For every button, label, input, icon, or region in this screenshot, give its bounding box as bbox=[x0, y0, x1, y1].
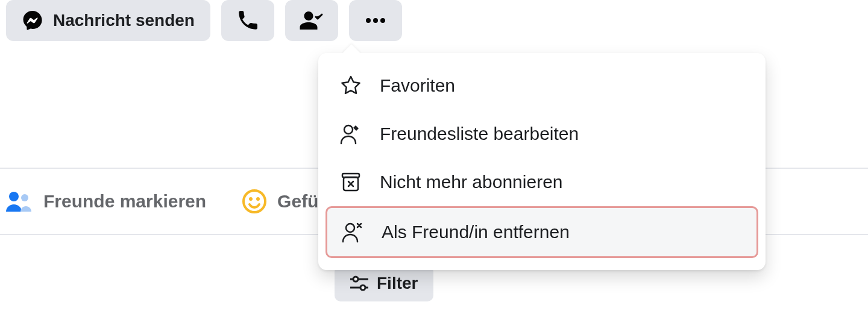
menu-item-unfriend[interactable]: Als Freund/in entfernen bbox=[326, 206, 758, 258]
menu-item-label: Favoriten bbox=[380, 75, 455, 96]
feeling-activity-label: Gefü bbox=[277, 191, 318, 212]
menu-item-favorites[interactable]: Favoriten bbox=[326, 61, 758, 110]
svg-point-1 bbox=[373, 18, 378, 23]
svg-point-0 bbox=[366, 18, 371, 23]
call-button[interactable] bbox=[221, 0, 274, 41]
svg-point-4 bbox=[21, 194, 28, 201]
menu-item-label: Freundesliste bearbeiten bbox=[380, 124, 579, 144]
person-edit-icon bbox=[339, 123, 363, 145]
svg-point-2 bbox=[380, 18, 385, 23]
ellipsis-icon bbox=[365, 17, 386, 24]
archive-x-icon bbox=[339, 171, 363, 193]
friend-check-icon bbox=[300, 10, 324, 31]
filter-button[interactable]: Filter bbox=[335, 265, 433, 301]
tag-friends-label: Freunde markieren bbox=[43, 191, 206, 212]
sliders-icon bbox=[350, 276, 368, 291]
messenger-icon bbox=[22, 10, 43, 31]
svg-point-6 bbox=[249, 197, 253, 201]
message-button[interactable]: Nachricht senden bbox=[6, 0, 210, 41]
star-icon bbox=[339, 75, 363, 96]
friend-status-button[interactable] bbox=[285, 0, 338, 41]
feeling-activity-action[interactable]: Gefü bbox=[236, 189, 324, 213]
people-icon bbox=[6, 191, 33, 212]
smiley-icon bbox=[242, 189, 266, 213]
menu-item-label: Als Freund/in entfernen bbox=[382, 222, 570, 242]
menu-item-label: Nicht mehr abonnieren bbox=[380, 172, 563, 192]
message-button-label: Nachricht senden bbox=[53, 11, 195, 30]
person-remove-icon bbox=[341, 221, 365, 243]
friend-options-menu: Favoriten Freundesliste bearbeiten Nicht… bbox=[318, 53, 766, 270]
svg-point-12 bbox=[344, 125, 353, 134]
more-options-button[interactable] bbox=[349, 0, 402, 41]
svg-point-5 bbox=[244, 191, 265, 212]
profile-toolbar: Nachricht senden bbox=[0, 0, 868, 41]
menu-item-unfollow[interactable]: Nicht mehr abonnieren bbox=[326, 158, 758, 206]
menu-item-edit-friend-list[interactable]: Freundesliste bearbeiten bbox=[326, 110, 758, 158]
svg-point-3 bbox=[9, 192, 19, 201]
phone-icon bbox=[237, 10, 258, 31]
tag-friends-action[interactable]: Freunde markieren bbox=[0, 191, 212, 212]
filter-button-label: Filter bbox=[377, 274, 418, 293]
svg-point-11 bbox=[360, 285, 365, 290]
svg-point-9 bbox=[353, 277, 358, 282]
svg-point-7 bbox=[256, 197, 260, 201]
svg-point-15 bbox=[346, 224, 354, 232]
